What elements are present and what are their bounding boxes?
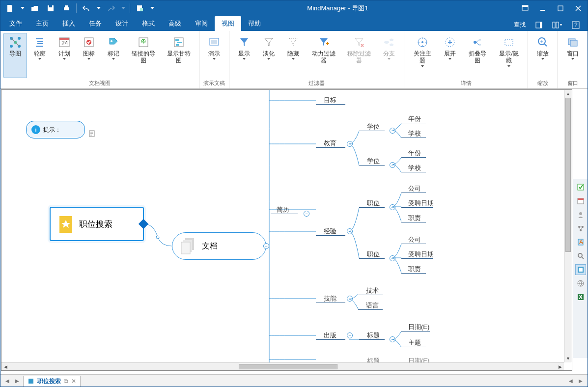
help-button[interactable]: ? xyxy=(569,19,583,31)
tag-view-button[interactable]: 标记 xyxy=(102,33,125,78)
power-filter-button[interactable]: 动力过滤器 xyxy=(306,33,341,78)
zoom-button[interactable]: 缩放 xyxy=(531,33,555,78)
topic-publish[interactable]: 出版 xyxy=(324,331,336,340)
filter-hide-button[interactable]: 隐藏 xyxy=(281,33,305,78)
topic-subject[interactable]: 主题 xyxy=(408,338,421,347)
tab-scroll-right[interactable]: ▶ xyxy=(576,376,586,386)
tab-restore-icon[interactable]: ⧉ xyxy=(64,378,68,385)
tab-prev-button[interactable]: ◀ xyxy=(2,376,12,386)
root-handle[interactable] xyxy=(139,219,148,229)
map-canvas[interactable]: i 提示： 职位搜索 文档 − 目标 教育 − 学位 − 学位 − 年份 xyxy=(1,89,572,371)
menu-view[interactable]: 视图 xyxy=(215,16,241,31)
menu-help[interactable]: 帮助 xyxy=(241,16,268,31)
document-tab[interactable]: 职位搜索 ⧉ ✕ xyxy=(23,376,81,387)
menu-task[interactable]: 任务 xyxy=(82,16,109,31)
minimize-button[interactable] xyxy=(534,1,551,15)
share-pane-button[interactable] xyxy=(575,223,586,234)
topic-experience[interactable]: 经验 xyxy=(324,227,336,236)
linked-maps-button[interactable]: 链接的导图 xyxy=(126,33,161,78)
collapse-toggle[interactable]: − xyxy=(390,204,395,210)
topic-degree[interactable]: 学位 xyxy=(367,157,380,166)
topic-hire-date[interactable]: 受聘日期 xyxy=(408,250,434,259)
outline-view-button[interactable]: 轮廓 xyxy=(28,33,52,78)
show-hide-button[interactable]: 显示/隐藏 xyxy=(493,33,525,78)
web-pane-button[interactable] xyxy=(575,278,586,289)
menu-insert[interactable]: 插入 xyxy=(56,16,82,31)
new-doc-dropdown[interactable] xyxy=(19,2,26,15)
collapse-toggle[interactable]: − xyxy=(347,141,353,147)
calendar-pane-button[interactable] xyxy=(575,195,586,206)
topic-duty[interactable]: 职责 xyxy=(408,265,421,274)
icon-view-button[interactable]: 图标 xyxy=(77,33,101,78)
redo-button[interactable] xyxy=(104,2,118,15)
redo-dropdown[interactable] xyxy=(120,2,127,15)
collapse-toggle[interactable]: − xyxy=(304,211,309,217)
topic-education[interactable]: 教育 xyxy=(324,139,336,148)
style-dropdown[interactable] xyxy=(149,2,156,15)
horizontal-scrollbar[interactable]: ◀ ▶ xyxy=(1,362,564,370)
panel-toggle-button[interactable] xyxy=(532,20,545,30)
collapse-toggle[interactable]: − xyxy=(347,332,353,338)
tab-close-icon[interactable]: ✕ xyxy=(71,378,76,385)
topic-company[interactable]: 公司 xyxy=(408,235,421,244)
menu-design[interactable]: 设计 xyxy=(109,16,135,31)
undo-dropdown[interactable] xyxy=(95,2,102,15)
expand-button[interactable]: 展开 xyxy=(438,33,462,78)
topic-position[interactable]: 职位 xyxy=(367,250,380,259)
filter-show-button[interactable]: 显示 xyxy=(232,33,256,78)
collapse-toggle[interactable]: − xyxy=(390,128,395,134)
save-button[interactable] xyxy=(44,2,57,15)
doc-topic[interactable]: 文档 xyxy=(172,232,266,260)
topic-hire-date[interactable]: 受聘日期 xyxy=(408,199,434,208)
undo-button[interactable] xyxy=(80,2,93,15)
topic-year[interactable]: 年份 xyxy=(408,149,421,158)
topic-duty[interactable]: 职责 xyxy=(408,214,421,222)
topic-resume[interactable]: 简历 xyxy=(277,205,289,214)
topic-year[interactable]: 年份 xyxy=(408,114,421,123)
menu-file[interactable]: 文件 xyxy=(2,16,29,31)
topic-goal[interactable]: 目标 xyxy=(324,96,336,105)
collapse-toggle[interactable]: − xyxy=(390,162,395,168)
topic-date[interactable]: 日期(E) xyxy=(408,323,429,332)
focus-topic-button[interactable]: 关注主题 xyxy=(407,33,437,78)
topic-company[interactable]: 公司 xyxy=(408,184,421,193)
task-pane-button[interactable] xyxy=(575,182,586,193)
close-button[interactable] xyxy=(570,1,587,15)
root-topic[interactable]: 职位搜索 xyxy=(50,207,144,241)
menu-advanced[interactable]: 高级 xyxy=(162,16,188,31)
tab-scroll-left[interactable]: ◀ xyxy=(566,376,576,386)
gantt-button[interactable]: 显示甘特图 xyxy=(162,33,196,78)
tab-next-button[interactable]: ▶ xyxy=(12,376,22,386)
maximize-button[interactable] xyxy=(552,1,569,15)
topic-position[interactable]: 职位 xyxy=(367,199,380,208)
topic-school[interactable]: 学校 xyxy=(408,129,421,138)
menu-home[interactable]: 主页 xyxy=(29,16,56,31)
topic-school[interactable]: 学校 xyxy=(408,164,421,172)
topic-degree[interactable]: 学位 xyxy=(367,122,380,131)
filter-fade-button[interactable]: 淡化 xyxy=(257,33,280,78)
window-button[interactable]: 窗口 xyxy=(561,33,585,78)
scroll-down-button[interactable]: ▼ xyxy=(564,355,572,362)
collapse-toggle[interactable]: − xyxy=(347,296,353,302)
collapse-toggle[interactable]: − xyxy=(263,243,269,249)
menu-format[interactable]: 格式 xyxy=(135,16,162,31)
print-button[interactable] xyxy=(59,2,73,15)
style-button[interactable] xyxy=(133,2,147,15)
scroll-up-button[interactable]: ▲ xyxy=(564,90,572,98)
note-icon[interactable] xyxy=(89,130,96,138)
index-pane-button[interactable]: A xyxy=(575,237,586,248)
view-options-button[interactable]: ▾ xyxy=(549,20,565,30)
topic-skill[interactable]: 技能 xyxy=(324,294,336,303)
search-pane-button[interactable] xyxy=(575,250,586,261)
map-view-button[interactable]: 导图 xyxy=(3,33,27,78)
vertical-scrollbar[interactable]: ▲ ▼ xyxy=(564,90,572,362)
browser-pane-button[interactable] xyxy=(575,264,586,275)
menu-review[interactable]: 审阅 xyxy=(188,16,215,31)
collapse-map-button[interactable]: 折叠导图 xyxy=(463,33,492,78)
contacts-pane-button[interactable] xyxy=(575,209,586,220)
find-button[interactable]: 查找 xyxy=(511,19,529,31)
topic-tech[interactable]: 技术 xyxy=(366,286,379,295)
hint-callout[interactable]: i 提示： xyxy=(26,121,85,138)
collapse-toggle[interactable]: − xyxy=(347,228,353,234)
collapse-toggle[interactable]: − xyxy=(390,336,395,342)
